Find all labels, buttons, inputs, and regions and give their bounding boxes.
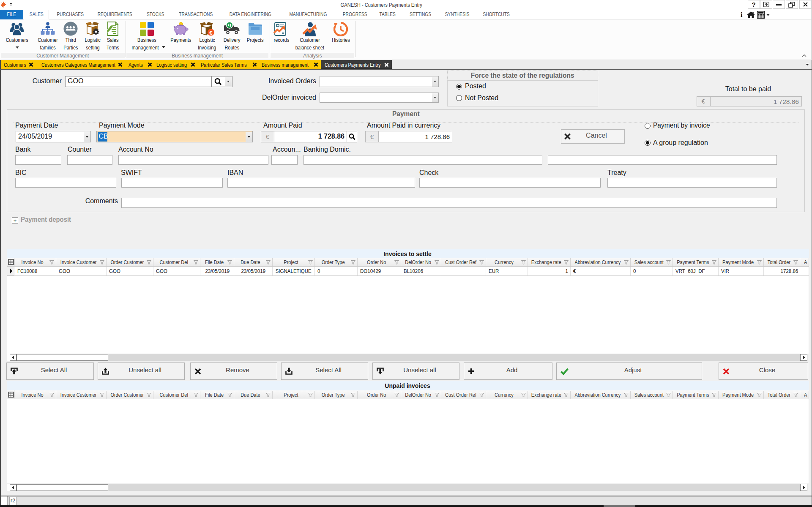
svg-text:€: € <box>209 30 213 36</box>
